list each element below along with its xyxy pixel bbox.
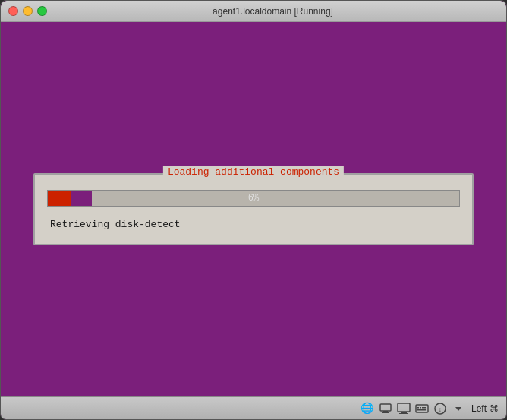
maximize-button[interactable]: [37, 6, 47, 16]
status-right: Left ⌘: [471, 403, 499, 414]
keyboard-symbol: ⌘: [490, 403, 499, 414]
display-icon: [379, 402, 392, 415]
svg-rect-7: [417, 407, 419, 409]
window-buttons: [8, 6, 47, 16]
svg-rect-9: [422, 407, 424, 409]
dialog-content: 6% Retrieving disk-detect: [35, 175, 472, 244]
keyboard-icon: [415, 402, 429, 415]
monitor-icon: [397, 402, 411, 415]
main-content: Loading additional components 6% Retriev…: [1, 22, 506, 396]
dialog-title: Loading additional components: [163, 166, 344, 178]
progress-bar-fill: [71, 191, 92, 206]
title-line-left: [133, 172, 163, 172]
progress-bar-red: [48, 191, 71, 206]
statusbar: 🌐: [1, 396, 506, 419]
statusbar-icons: 🌐: [361, 402, 465, 415]
dropdown-icon[interactable]: [452, 402, 465, 415]
svg-rect-6: [416, 405, 428, 412]
svg-rect-12: [424, 409, 426, 411]
progress-label: 6%: [248, 193, 259, 204]
network-icon: 🌐: [361, 402, 374, 415]
svg-marker-15: [455, 407, 461, 411]
svg-rect-5: [399, 413, 408, 414]
minimize-button[interactable]: [23, 6, 33, 16]
svg-text:↕: ↕: [439, 406, 442, 413]
titlebar: agent1.localdomain [Running]: [1, 1, 506, 22]
close-button[interactable]: [8, 6, 18, 16]
main-window: agent1.localdomain [Running] Loading add…: [0, 0, 507, 420]
scroll-icon: ↕: [433, 402, 447, 415]
svg-rect-2: [382, 412, 389, 413]
left-label: Left: [471, 403, 487, 414]
progress-bar-container: 6%: [47, 190, 460, 207]
title-line-right: [344, 172, 374, 172]
dialog-titlebar: Loading additional components: [133, 166, 374, 178]
svg-rect-11: [417, 409, 424, 411]
svg-rect-10: [424, 407, 426, 409]
svg-rect-8: [420, 407, 421, 409]
window-title: agent1.localdomain [Running]: [47, 6, 499, 17]
svg-rect-3: [398, 403, 410, 412]
svg-rect-4: [401, 412, 407, 413]
loading-dialog: Loading additional components 6% Retriev…: [33, 173, 474, 245]
status-text: Retrieving disk-detect: [47, 217, 460, 232]
svg-rect-1: [383, 411, 388, 412]
svg-rect-0: [380, 404, 391, 411]
